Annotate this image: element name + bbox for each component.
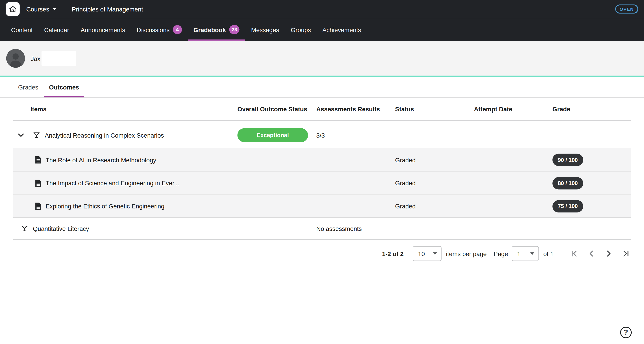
- grade-cell: 90 / 100: [552, 154, 631, 166]
- assessment-items-cell: The Impact of Science and Engineering in…: [13, 179, 237, 187]
- nav-item-label: Announcements: [81, 26, 125, 33]
- page-select[interactable]: 1: [512, 246, 539, 261]
- nav-item-label: Calendar: [44, 26, 69, 33]
- nav-item-label: Discussions: [136, 26, 170, 33]
- tab-label: Grades: [18, 84, 38, 91]
- nav-item-groups[interactable]: Groups: [285, 18, 316, 41]
- first-page-button[interactable]: [569, 249, 579, 258]
- nav-item-label: Gradebook: [194, 26, 226, 33]
- course-navbar: Content Calendar Announcements Discussio…: [0, 18, 644, 41]
- grade-pill: 90 / 100: [552, 154, 583, 166]
- document-icon: [35, 179, 41, 187]
- col-header-status: Status: [395, 106, 474, 113]
- overall-status-badge: Exceptional: [237, 128, 308, 142]
- assessment-status: Graded: [395, 156, 474, 163]
- col-header-items: Items: [13, 106, 237, 113]
- col-header-assessments-results: Assessments Results: [316, 106, 395, 113]
- col-header-overall-outcome-status: Overall Outcome Status: [237, 106, 316, 113]
- outcome-row: Quantitative Literacy No assessments: [13, 217, 631, 240]
- home-icon: [8, 5, 17, 13]
- avatar: [6, 49, 25, 68]
- user-header: Jax: [0, 41, 644, 76]
- assessment-items-cell: The Role of AI in Research Methodology: [13, 156, 237, 164]
- assessment-title: The Impact of Science and Engineering in…: [46, 180, 179, 187]
- tab-grades[interactable]: Grades: [13, 77, 43, 98]
- per-page-select[interactable]: 10: [412, 246, 441, 261]
- previous-page-button[interactable]: [586, 249, 596, 258]
- select-caret-icon: [433, 252, 437, 255]
- outcomes-table: Items Overall Outcome Status Assessments…: [13, 98, 631, 240]
- nav-item-content[interactable]: Content: [6, 18, 38, 41]
- skip-last-icon: [621, 249, 630, 258]
- document-icon: [35, 202, 41, 210]
- courses-dropdown-label: Courses: [26, 6, 49, 13]
- tab-outcomes[interactable]: Outcomes: [44, 77, 84, 98]
- page-value: 1: [517, 250, 520, 257]
- pagination-range: 1-2 of 2: [382, 250, 404, 257]
- assessment-row: Exploring the Ethics of Genetic Engineer…: [13, 194, 631, 217]
- assessments-results-value: No assessments: [316, 225, 395, 232]
- assessment-status: Graded: [395, 180, 474, 187]
- next-page-button[interactable]: [604, 249, 614, 258]
- gradebook-count-badge: 23: [229, 25, 240, 34]
- outcome-title: Analytical Reasoning in Complex Scenario…: [45, 132, 164, 139]
- page: Courses Principles of Management OPEN Co…: [0, 0, 644, 344]
- overall-status-cell: Exceptional: [237, 128, 316, 142]
- gradebook-tabs: Grades Outcomes: [0, 77, 644, 98]
- assessment-title: Exploring the Ethics of Genetic Engineer…: [46, 203, 164, 210]
- document-icon: [35, 156, 41, 164]
- outcome-funnel-icon: [21, 225, 28, 232]
- col-header-attempt-date: Attempt Date: [474, 106, 552, 113]
- nav-item-announcements[interactable]: Announcements: [75, 18, 131, 41]
- page-of-label: of 1: [543, 250, 554, 257]
- nav-item-calendar[interactable]: Calendar: [38, 18, 75, 41]
- outcome-row: Analytical Reasoning in Complex Scenario…: [13, 122, 631, 148]
- user-first-name: Jax: [31, 55, 40, 62]
- person-icon: [6, 49, 25, 68]
- collapse-outcome-button[interactable]: [16, 131, 26, 140]
- assessment-row: The Role of AI in Research Methodology G…: [13, 148, 631, 171]
- last-page-button[interactable]: [621, 249, 631, 258]
- chevron-left-icon: [587, 249, 596, 258]
- course-title: Principles of Management: [72, 6, 143, 13]
- discussions-count-badge: 4: [173, 25, 182, 34]
- outcome-funnel-icon: [33, 132, 40, 139]
- help-icon: ?: [624, 328, 628, 336]
- table-header-row: Items Overall Outcome Status Assessments…: [13, 98, 631, 121]
- tab-label: Outcomes: [49, 84, 79, 91]
- chevron-right-icon: [604, 249, 613, 258]
- skip-first-icon: [570, 249, 578, 258]
- grade-pill: 75 / 100: [552, 200, 583, 212]
- teal-accent-bar: [0, 76, 644, 77]
- courses-dropdown[interactable]: Courses: [26, 6, 56, 13]
- assessments-results-value: 3/3: [316, 132, 395, 139]
- assessment-items-cell: Exploring the Ethics of Genetic Engineer…: [13, 202, 237, 210]
- per-page-value: 10: [418, 250, 425, 257]
- nav-item-gradebook[interactable]: Gradebook 23: [188, 18, 246, 41]
- chevron-down-icon: [17, 131, 25, 139]
- open-status-badge: OPEN: [615, 5, 638, 14]
- pagination-bar: 1-2 of 2 10 items per page Page 1 of 1: [13, 244, 631, 263]
- select-caret-icon: [530, 252, 534, 255]
- col-header-grade: Grade: [552, 106, 631, 113]
- home-button[interactable]: [6, 2, 20, 16]
- nav-item-label: Achievements: [322, 26, 361, 33]
- redacted-name-box: [42, 51, 76, 66]
- nav-item-label: Groups: [291, 26, 311, 33]
- nav-item-discussions[interactable]: Discussions 4: [131, 18, 188, 41]
- per-page-label: items per page: [446, 250, 486, 257]
- assessment-title: The Role of AI in Research Methodology: [46, 156, 156, 163]
- outcome-items-cell: Analytical Reasoning in Complex Scenario…: [13, 131, 237, 140]
- outcome-title: Quantitative Literacy: [33, 225, 89, 232]
- outcome-items-cell: Quantitative Literacy: [13, 225, 237, 232]
- nav-item-achievements[interactable]: Achievements: [316, 18, 367, 41]
- nav-item-messages[interactable]: Messages: [246, 18, 285, 41]
- help-button[interactable]: ?: [620, 327, 632, 338]
- assessment-status: Graded: [395, 203, 474, 210]
- page-label: Page: [494, 250, 508, 257]
- grade-cell: 75 / 100: [552, 200, 631, 212]
- chevron-down-icon: [53, 8, 56, 10]
- grade-pill: 80 / 100: [552, 177, 583, 189]
- nav-item-label: Messages: [251, 26, 279, 33]
- top-bar: Courses Principles of Management OPEN: [0, 0, 644, 18]
